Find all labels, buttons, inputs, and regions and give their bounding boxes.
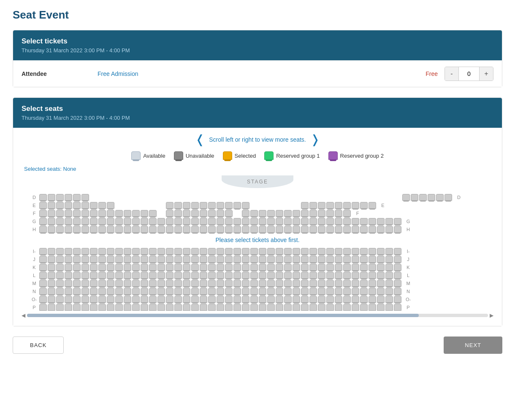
list-item[interactable] — [309, 218, 317, 225]
list-item[interactable] — [233, 202, 241, 209]
list-item[interactable] — [191, 210, 199, 217]
list-item[interactable] — [343, 210, 351, 217]
list-item[interactable] — [309, 288, 317, 295]
list-item[interactable] — [115, 280, 123, 287]
list-item[interactable] — [267, 248, 275, 255]
list-item[interactable] — [65, 296, 72, 303]
list-item[interactable] — [141, 248, 148, 255]
list-item[interactable] — [65, 256, 72, 263]
list-item[interactable] — [48, 218, 55, 225]
seating-wrapper[interactable]: D — [17, 194, 498, 311]
list-item[interactable] — [293, 304, 300, 311]
list-item[interactable] — [132, 296, 140, 303]
list-item[interactable] — [335, 210, 342, 217]
list-item[interactable] — [39, 210, 47, 217]
list-item[interactable] — [141, 296, 148, 303]
list-item[interactable] — [242, 226, 249, 233]
list-item[interactable] — [343, 296, 351, 303]
list-item[interactable] — [208, 202, 216, 209]
list-item[interactable] — [369, 226, 376, 233]
list-item[interactable] — [259, 226, 266, 233]
list-item[interactable] — [73, 296, 81, 303]
list-item[interactable] — [242, 296, 249, 303]
list-item[interactable] — [115, 304, 123, 311]
list-item[interactable] — [242, 248, 249, 255]
list-item[interactable] — [124, 256, 131, 263]
list-item[interactable] — [183, 210, 190, 217]
list-item[interactable] — [369, 296, 376, 303]
list-item[interactable] — [217, 296, 224, 303]
list-item[interactable] — [81, 296, 89, 303]
list-item[interactable] — [90, 304, 98, 311]
list-item[interactable] — [48, 272, 55, 279]
list-item[interactable] — [326, 264, 334, 271]
list-item[interactable] — [98, 202, 106, 209]
list-item[interactable] — [377, 280, 385, 287]
list-item[interactable] — [309, 210, 317, 217]
list-item[interactable] — [326, 280, 334, 287]
list-item[interactable] — [318, 210, 325, 217]
list-item[interactable] — [90, 256, 98, 263]
list-item[interactable] — [115, 272, 123, 279]
list-item[interactable] — [217, 210, 224, 217]
list-item[interactable] — [115, 256, 123, 263]
list-item[interactable] — [369, 288, 376, 295]
list-item[interactable] — [233, 296, 241, 303]
list-item[interactable] — [90, 202, 98, 209]
list-item[interactable] — [360, 264, 368, 271]
list-item[interactable] — [157, 288, 165, 295]
list-item[interactable] — [157, 296, 165, 303]
list-item[interactable] — [233, 288, 241, 295]
list-item[interactable] — [166, 248, 173, 255]
list-item[interactable] — [318, 218, 325, 225]
list-item[interactable] — [115, 218, 123, 225]
list-item[interactable] — [343, 202, 351, 209]
list-item[interactable] — [377, 248, 385, 255]
list-item[interactable] — [233, 304, 241, 311]
list-item[interactable] — [284, 272, 292, 279]
list-item[interactable] — [428, 194, 435, 201]
list-item[interactable] — [267, 272, 275, 279]
quantity-minus-button[interactable]: - — [445, 67, 458, 81]
list-item[interactable] — [73, 288, 81, 295]
list-item[interactable] — [225, 264, 233, 271]
list-item[interactable] — [73, 202, 81, 209]
list-item[interactable] — [352, 202, 359, 209]
list-item[interactable] — [267, 304, 275, 311]
list-item[interactable] — [267, 256, 275, 263]
list-item[interactable] — [369, 256, 376, 263]
list-item[interactable] — [191, 304, 199, 311]
list-item[interactable] — [141, 210, 148, 217]
list-item[interactable] — [225, 280, 233, 287]
list-item[interactable] — [360, 256, 368, 263]
list-item[interactable] — [200, 248, 207, 255]
list-item[interactable] — [183, 280, 190, 287]
list-item[interactable] — [301, 264, 309, 271]
list-item[interactable] — [141, 280, 148, 287]
list-item[interactable] — [183, 202, 190, 209]
list-item[interactable] — [81, 256, 89, 263]
list-item[interactable] — [352, 296, 359, 303]
list-item[interactable] — [124, 272, 131, 279]
list-item[interactable] — [259, 280, 266, 287]
list-item[interactable] — [65, 194, 72, 201]
list-item[interactable] — [124, 288, 131, 295]
list-item[interactable] — [115, 248, 123, 255]
list-item[interactable] — [141, 272, 148, 279]
list-item[interactable] — [225, 226, 233, 233]
list-item[interactable] — [217, 256, 224, 263]
list-item[interactable] — [293, 288, 300, 295]
list-item[interactable] — [225, 288, 233, 295]
list-item[interactable] — [250, 280, 258, 287]
list-item[interactable] — [39, 218, 47, 225]
list-item[interactable] — [242, 272, 249, 279]
list-item[interactable] — [217, 272, 224, 279]
list-item[interactable] — [132, 304, 140, 311]
list-item[interactable] — [132, 210, 140, 217]
list-item[interactable] — [56, 296, 64, 303]
list-item[interactable] — [352, 256, 359, 263]
list-item[interactable] — [217, 248, 224, 255]
list-item[interactable] — [107, 264, 114, 271]
list-item[interactable] — [276, 272, 283, 279]
scrollbar-thumb[interactable] — [27, 314, 419, 317]
